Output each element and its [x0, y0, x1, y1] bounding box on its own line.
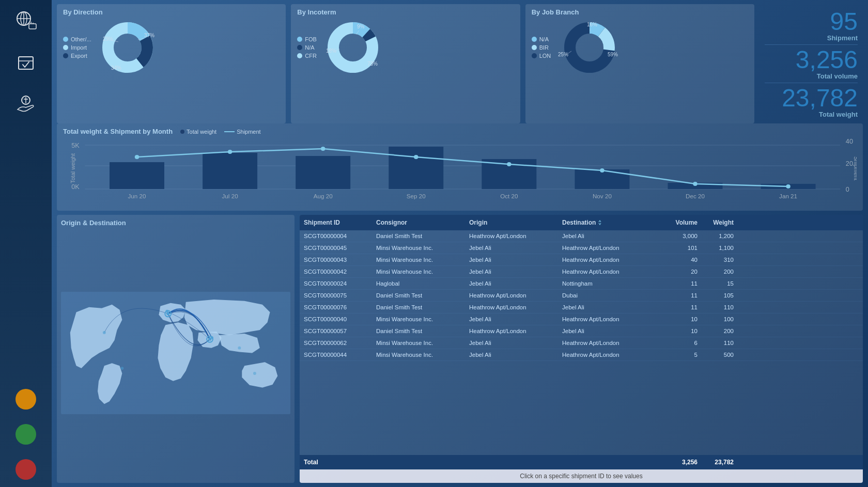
- cell-origin: Jebel Ali: [467, 245, 560, 251]
- dot-orange[interactable]: [16, 389, 36, 410]
- svg-point-80: [238, 347, 241, 350]
- svg-text:18%: 18%: [326, 48, 336, 54]
- cell-weight: 200: [700, 269, 736, 275]
- by-direction-legend: Other/... Import Export: [63, 36, 91, 59]
- cell-origin: Jebel Ali: [467, 257, 560, 263]
- cell-origin: Heathrow Apt/London: [467, 292, 560, 299]
- svg-text:Oct 20: Oct 20: [500, 193, 518, 199]
- cell-destination: Heathrow Apt/London: [560, 316, 663, 322]
- cell-origin: Jebel Ali: [467, 340, 560, 346]
- money-hand-icon[interactable]: [10, 88, 41, 119]
- footer-volume: 3,256: [663, 459, 700, 466]
- table-row[interactable]: SCGT00000044 Minsi Warehouse Inc. Jebel …: [300, 349, 863, 361]
- table-row[interactable]: SCGT00000062 Minsi Warehouse Inc. Jebel …: [300, 337, 863, 349]
- cell-volume: 6: [663, 340, 700, 346]
- svg-text:25%: 25%: [558, 52, 568, 57]
- by-job-branch-chart: By Job Branch N/A BIR LON 16%: [525, 4, 754, 123]
- cell-id: SCGT00000042: [302, 269, 374, 275]
- table-row[interactable]: SCGT00000057 Daniel Smith Test Heathrow …: [300, 325, 863, 337]
- cell-id: SCGT00000045: [302, 245, 374, 251]
- by-direction-title: By Direction: [63, 8, 280, 16]
- footer-label: Total: [302, 459, 374, 466]
- cell-id: SCGT00000043: [302, 257, 374, 263]
- by-incoterm-donut: 18% 9% 73%: [322, 19, 384, 76]
- cell-volume: 10: [663, 316, 700, 322]
- table-row[interactable]: SCGT00000043 Minsi Warehouse Inc. Jebel …: [300, 254, 863, 266]
- cell-destination: Heathrow Apt/London: [560, 340, 663, 346]
- by-job-branch-donut: 16% 25% 59%: [556, 19, 623, 76]
- svg-text:Jul 20: Jul 20: [222, 193, 238, 199]
- cell-weight: 110: [700, 304, 736, 310]
- by-job-branch-title: By Job Branch: [532, 8, 748, 16]
- svg-text:29%: 29%: [103, 36, 113, 42]
- cell-volume: 5: [663, 352, 700, 358]
- svg-rect-7: [19, 57, 33, 69]
- col-origin: Origin: [467, 219, 560, 226]
- cell-destination: Heathrow Apt/London: [560, 269, 663, 275]
- cell-consignor: Haglobal: [374, 280, 467, 287]
- sort-icon: [597, 219, 603, 226]
- cell-origin: Jebel Ali: [467, 352, 560, 358]
- cell-id: SCGT00000044: [302, 352, 374, 358]
- cell-weight: 200: [700, 328, 736, 334]
- svg-point-64: [321, 147, 325, 151]
- cell-consignor: Daniel Smith Test: [374, 233, 467, 239]
- cell-id: SCGT00000057: [302, 328, 374, 334]
- col-shipment-id: Shipment ID: [302, 219, 374, 226]
- box-check-icon[interactable]: [10, 46, 41, 77]
- svg-text:Aug 20: Aug 20: [314, 193, 333, 199]
- cell-destination: Heathrow Apt/London: [560, 352, 663, 358]
- cell-id: SCGT00000040: [302, 316, 374, 322]
- svg-text:16%: 16%: [587, 22, 597, 27]
- cell-destination: Jebel Ali: [560, 233, 663, 239]
- cell-weight: 310: [700, 257, 736, 263]
- cell-weight: 110: [700, 340, 736, 346]
- cell-volume: 101: [663, 245, 700, 251]
- dot-green[interactable]: [16, 424, 36, 445]
- table-row[interactable]: SCGT00000024 Haglobal Jebel Ali Nottingh…: [300, 278, 863, 290]
- table-body[interactable]: SCGT00000004 Daniel Smith Test Heathrow …: [300, 230, 863, 455]
- table-row[interactable]: SCGT00000040 Minsi Warehouse Inc. Jebel …: [300, 313, 863, 325]
- cell-destination: Nottingham: [560, 280, 663, 287]
- svg-point-77: [103, 331, 106, 334]
- table-row[interactable]: SCGT00000004 Daniel Smith Test Heathrow …: [300, 230, 863, 242]
- table-row[interactable]: SCGT00000075 Daniel Smith Test Heathrow …: [300, 290, 863, 302]
- cell-weight: 1,100: [700, 245, 736, 251]
- svg-text:34%: 34%: [111, 65, 121, 71]
- dot-red[interactable]: [16, 459, 36, 480]
- svg-point-69: [786, 184, 790, 188]
- svg-point-76: [165, 310, 168, 313]
- kpi-shipment-value: 95: [765, 9, 858, 34]
- svg-rect-52: [389, 147, 443, 189]
- col-consignor: Consignor: [374, 219, 467, 226]
- sidebar: [0, 0, 52, 487]
- cell-destination: Dubai: [560, 292, 663, 299]
- cell-origin: Heathrow Apt/London: [467, 304, 560, 310]
- svg-rect-50: [296, 156, 350, 189]
- cell-consignor: Minsi Warehouse Inc.: [374, 316, 467, 322]
- svg-text:73%: 73%: [367, 61, 378, 67]
- main-content: By Direction Other/... Import Export: [52, 0, 868, 487]
- svg-text:9%: 9%: [357, 24, 365, 29]
- kpi-area: 95 Shipment 3,256 Total volume 23,782 To…: [760, 4, 863, 123]
- cell-volume: 11: [663, 304, 700, 310]
- cell-weight: 100: [700, 316, 736, 322]
- cell-origin: Jebel Ali: [467, 269, 560, 275]
- table-row[interactable]: SCGT00000076 Daniel Smith Test Heathrow …: [300, 302, 863, 313]
- cell-destination: Heathrow Apt/London: [560, 257, 663, 263]
- by-incoterm-chart: By Incoterm FOB N/A CFR 18%: [291, 4, 520, 123]
- svg-text:Sep 20: Sep 20: [407, 193, 426, 199]
- by-incoterm-legend: FOB N/A CFR: [297, 36, 317, 59]
- footer-weight: 23,782: [700, 459, 736, 466]
- kpi-volume-label: Total volume: [765, 72, 858, 80]
- cell-consignor: Daniel Smith Test: [374, 292, 467, 299]
- cell-consignor: Minsi Warehouse Inc.: [374, 269, 467, 275]
- table-row[interactable]: SCGT00000042 Minsi Warehouse Inc. Jebel …: [300, 266, 863, 278]
- cell-weight: 500: [700, 352, 736, 358]
- globe-ship-icon[interactable]: [10, 5, 41, 36]
- cell-weight: 1,200: [700, 233, 736, 239]
- table-row[interactable]: SCGT00000045 Minsi Warehouse Inc. Jebel …: [300, 242, 863, 254]
- svg-point-65: [414, 155, 418, 159]
- svg-point-63: [228, 150, 232, 154]
- svg-rect-48: [203, 153, 257, 189]
